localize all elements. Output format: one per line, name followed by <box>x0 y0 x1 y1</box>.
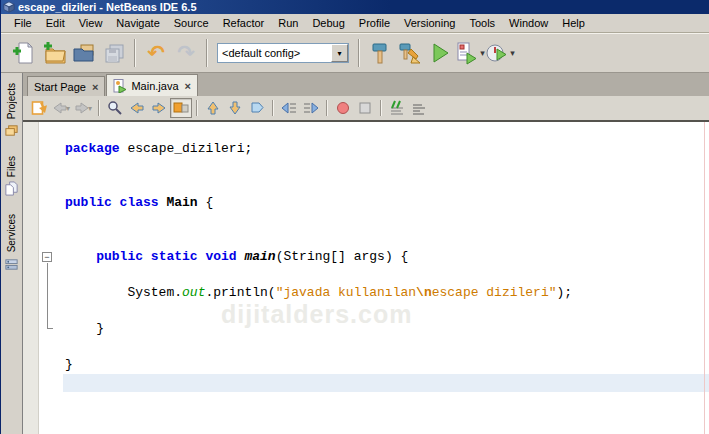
toggle-highlight-icon <box>173 100 189 116</box>
toolbar-separator <box>134 39 136 67</box>
run-button[interactable] <box>425 37 455 69</box>
build-icon <box>368 41 392 65</box>
chevron-down-icon: ▾ <box>337 49 341 58</box>
config-combobox[interactable]: <default config> ▾ <box>217 43 349 63</box>
menu-refactor[interactable]: Refactor <box>216 15 272 31</box>
menu-help[interactable]: Help <box>555 15 592 31</box>
shift-left-icon <box>281 100 297 116</box>
redo-icon: ↷ <box>177 43 195 64</box>
code-line[interactable] <box>63 158 709 176</box>
stop-macro-button[interactable] <box>354 98 376 118</box>
new-file-button[interactable] <box>9 37 39 69</box>
menu-window[interactable]: Window <box>502 15 555 31</box>
find-next-button[interactable] <box>148 98 170 118</box>
next-bookmark-icon <box>227 100 243 116</box>
menu-navigate[interactable]: Navigate <box>109 15 166 31</box>
sidebar-item-projects[interactable]: Projects <box>4 79 19 142</box>
code-line[interactable]: public static void main(String[] args) { <box>63 248 709 266</box>
new-project-button[interactable] <box>39 37 69 69</box>
fold-margin: − <box>39 122 63 434</box>
code-lines[interactable]: package escape_dizileri; public class Ma… <box>63 122 709 434</box>
java-file-icon <box>113 79 127 93</box>
code-line[interactable]: System.out.println("javada kullanılan\ne… <box>63 284 709 302</box>
toggle-highlight-button[interactable] <box>170 98 192 118</box>
menu-edit[interactable]: Edit <box>39 15 72 31</box>
last-edit-button[interactable] <box>28 98 50 118</box>
tab-main-java[interactable]: Main.java × <box>106 74 198 96</box>
code-line[interactable] <box>63 212 709 230</box>
find-previous-icon <box>129 100 145 116</box>
menu-view[interactable]: View <box>72 15 110 31</box>
tab-label: Main.java <box>131 80 178 92</box>
toolbar-separator <box>358 39 360 67</box>
tab-start-page[interactable]: Start Page × <box>27 76 105 96</box>
menu-profile[interactable]: Profile <box>352 15 397 31</box>
netbeans-logo-icon <box>3 1 15 13</box>
redo-button[interactable]: ↷ <box>171 37 201 69</box>
shift-right-button[interactable] <box>300 98 322 118</box>
previous-bookmark-icon <box>205 100 221 116</box>
code-line[interactable] <box>63 266 709 284</box>
debug-icon <box>455 41 479 65</box>
code-line[interactable] <box>63 302 709 320</box>
code-line[interactable] <box>63 122 709 140</box>
record-macro-button[interactable] <box>332 98 354 118</box>
code-line[interactable] <box>63 374 709 392</box>
profile-button[interactable]: ▾ <box>485 37 515 69</box>
editor-toolbar-separator <box>196 100 198 116</box>
close-icon[interactable]: × <box>92 81 98 93</box>
code-line[interactable]: public class Main { <box>63 194 709 212</box>
sidebar-item-services[interactable]: Services <box>4 210 19 275</box>
right-margin-line <box>704 122 705 434</box>
toggle-bookmark-button[interactable] <box>246 98 268 118</box>
projects-icon <box>4 123 19 138</box>
open-project-icon <box>72 41 96 65</box>
profile-dropdown-icon[interactable]: ▾ <box>510 48 515 58</box>
previous-bookmark-button[interactable] <box>202 98 224 118</box>
code-line[interactable]: package escape_dizileri; <box>63 140 709 158</box>
find-previous-button[interactable] <box>126 98 148 118</box>
undo-button[interactable]: ↶ <box>141 37 171 69</box>
shift-left-button[interactable] <box>278 98 300 118</box>
sidebar-item-files[interactable]: Files <box>4 152 19 200</box>
clean-build-icon <box>398 41 422 65</box>
code-line[interactable] <box>63 230 709 248</box>
menu-debug[interactable]: Debug <box>305 15 351 31</box>
profile-icon <box>485 41 509 65</box>
files-icon <box>4 181 19 196</box>
comment-icon <box>389 100 405 116</box>
build-button[interactable] <box>365 37 395 69</box>
open-project-button[interactable] <box>69 37 99 69</box>
menu-run[interactable]: Run <box>271 15 305 31</box>
chevron-down-icon: ▾ <box>88 104 92 113</box>
save-all-button[interactable] <box>99 37 129 69</box>
tab-label: Start Page <box>34 81 86 93</box>
find-button[interactable] <box>104 98 126 118</box>
back-button[interactable]: ▾ <box>50 98 72 118</box>
code-line[interactable] <box>63 176 709 194</box>
next-bookmark-button[interactable] <box>224 98 246 118</box>
save-all-icon <box>102 41 126 65</box>
code-editor[interactable]: − package escape_dizileri; public class … <box>23 122 709 434</box>
menu-tools[interactable]: Tools <box>462 15 502 31</box>
menu-source[interactable]: Source <box>167 15 216 31</box>
forward-button[interactable]: ▾ <box>72 98 94 118</box>
code-line[interactable]: } <box>63 320 709 338</box>
run-icon <box>428 41 452 65</box>
menu-versioning[interactable]: Versioning <box>397 15 462 31</box>
close-icon[interactable]: × <box>185 80 191 92</box>
code-line[interactable] <box>63 338 709 356</box>
debug-button[interactable]: ▾ <box>455 37 485 69</box>
toolbar-separator <box>206 39 208 67</box>
config-combobox-value: <default config> <box>218 47 331 59</box>
title-bar: escape_dizileri - NetBeans IDE 6.5 <box>1 0 709 14</box>
clean-build-button[interactable] <box>395 37 425 69</box>
code-line[interactable]: } <box>63 356 709 374</box>
uncomment-button[interactable] <box>408 98 430 118</box>
toggle-bookmark-icon <box>249 100 265 116</box>
left-dock-bar: Projects Files Services <box>1 73 23 434</box>
combo-dropdown-button[interactable]: ▾ <box>331 44 348 62</box>
comment-button[interactable] <box>386 98 408 118</box>
fold-collapse-icon[interactable]: − <box>42 252 52 262</box>
menu-file[interactable]: File <box>7 15 39 31</box>
